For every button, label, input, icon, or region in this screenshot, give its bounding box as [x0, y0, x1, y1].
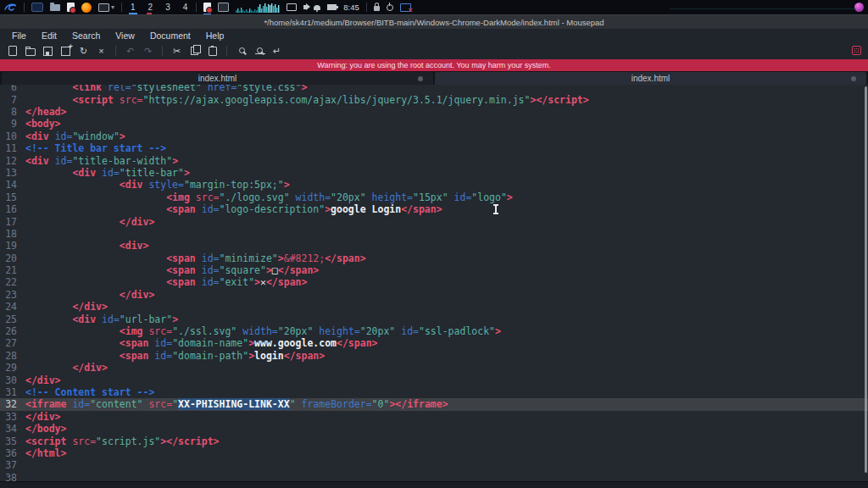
workspace-1[interactable]: 1: [129, 2, 137, 13]
open-file-button[interactable]: [23, 44, 37, 58]
code-line[interactable]: 36</html>: [0, 447, 868, 459]
code-line[interactable]: 24 </div>: [0, 301, 868, 313]
code-line[interactable]: 26 <img src="./ssl.svg" width="20px" hei…: [0, 325, 868, 337]
tab-index-html-1[interactable]: index.html: [2, 72, 433, 85]
menu-help[interactable]: Help: [198, 30, 232, 41]
find-button[interactable]: [234, 44, 248, 58]
code-line[interactable]: 15 <img src="./logo.svg" width="20px" he…: [0, 191, 868, 203]
code-line[interactable]: 35<script src="script.js"></script>: [0, 435, 868, 447]
find-replace-button[interactable]: [252, 44, 266, 58]
line-number: 13: [0, 167, 17, 179]
workspace-4[interactable]: 4: [181, 2, 190, 13]
text-editor-icon[interactable]: [67, 2, 75, 13]
code-line[interactable]: 13 <div id="title-bar">: [0, 167, 868, 179]
editor-scrollbar[interactable]: [865, 86, 867, 473]
code-line[interactable]: 20 <span id="minimize">&#8212;</span>: [0, 252, 868, 264]
code-line[interactable]: 8</head>: [0, 106, 868, 118]
code-line[interactable]: 6 <link rel="stylesheet" href="style.css…: [0, 85, 868, 94]
menu-file[interactable]: File: [4, 30, 34, 41]
code-line[interactable]: 12<div id="title-bar-width">: [0, 155, 868, 167]
lock-icon[interactable]: [374, 2, 380, 13]
code-line[interactable]: 7 <script src="https://ajax.googleapis.c…: [0, 94, 868, 106]
code-line[interactable]: 18: [0, 228, 868, 240]
code-token: ></script>: [160, 435, 219, 447]
code-line[interactable]: 38: [0, 472, 868, 481]
code-line[interactable]: 32<iframe id="content" src="XX-PHISHING-…: [0, 398, 868, 410]
code-line[interactable]: 16 <span id="logo-description">google Lo…: [0, 203, 868, 215]
window-titlebar[interactable]: */home/sk4r1/medium/Browser/BITB-main/Wi…: [0, 14, 868, 29]
redo-button[interactable]: ↷: [141, 44, 155, 58]
taskbar-window-icon[interactable]: [218, 2, 229, 13]
close-document-button[interactable]: ×: [94, 44, 108, 58]
copy-button[interactable]: [187, 44, 202, 58]
terminal-launcher-icon[interactable]: [31, 2, 43, 13]
fullscreen-button[interactable]: [852, 46, 861, 55]
code-line[interactable]: 19 <div>: [0, 240, 868, 252]
code-line[interactable]: 25 <div id="url-bar">: [0, 313, 868, 325]
code-token: [102, 85, 108, 93]
file-manager-icon[interactable]: [50, 2, 60, 13]
code-line[interactable]: 34</body>: [0, 423, 868, 435]
user-avatar[interactable]: [854, 3, 864, 12]
code-text: </div>: [17, 374, 868, 386]
volume-icon[interactable]: [303, 2, 307, 13]
paste-button[interactable]: [205, 44, 220, 58]
save-as-button[interactable]: [58, 44, 73, 58]
line-number: 25: [0, 313, 17, 325]
screenshot-tool-icon[interactable]: ▾: [98, 2, 114, 13]
code-line[interactable]: 14 <div style="margin-top:5px;">: [0, 179, 868, 191]
display-disconnect-icon[interactable]: [400, 2, 411, 13]
workspace-3[interactable]: 3: [164, 2, 172, 13]
editor[interactable]: 6 <link rel="stylesheet" href="style.css…: [0, 85, 868, 481]
tab-close-icon[interactable]: [418, 76, 423, 81]
menu-document[interactable]: Document: [142, 30, 198, 41]
code-line[interactable]: 9<body>: [0, 118, 868, 130]
panel-artifact-line: [670, 8, 856, 9]
code-line[interactable]: 22 <span id="exit">✕</span>: [0, 276, 868, 288]
code-line[interactable]: 28 <span id="domain-path">login</span>: [0, 350, 868, 362]
code-line[interactable]: 31<!-- Content start -->: [0, 386, 868, 398]
code-line[interactable]: 23 </div>: [0, 289, 868, 301]
code-token: "https://ajax.googleapis.com/ajax/libs/j…: [143, 94, 531, 106]
clock[interactable]: 8:45: [343, 3, 359, 12]
code-line[interactable]: 29 </div>: [0, 362, 868, 374]
code-line[interactable]: 30</div>: [0, 374, 868, 386]
menu-edit[interactable]: Edit: [34, 30, 64, 41]
code-token: <div: [120, 179, 143, 191]
code-line[interactable]: 37: [0, 459, 868, 471]
code-token: <div: [25, 130, 49, 142]
code-text: <link rel="stylesheet" href="style.css">: [17, 85, 868, 94]
notifications-bell-icon[interactable]: [314, 2, 320, 13]
panel-separator: [196, 3, 197, 12]
display-settings-icon[interactable]: [287, 2, 297, 13]
menu-view[interactable]: View: [108, 30, 142, 41]
revert-button[interactable]: ↻: [76, 44, 91, 58]
code-line[interactable]: 10<div id="window">: [0, 130, 868, 142]
menu-search[interactable]: Search: [64, 30, 108, 41]
kali-menu-icon[interactable]: [4, 2, 17, 13]
code-line[interactable]: 11<!-- Title bar start -->: [0, 142, 868, 154]
workspace-2[interactable]: 2: [147, 2, 155, 13]
code-token: id=: [202, 276, 220, 288]
new-file-button[interactable]: [5, 44, 19, 58]
taskbar-mousepad-icon[interactable]: [203, 2, 211, 13]
go-to-line-button[interactable]: ↵: [270, 44, 284, 58]
code-token: <span: [120, 350, 149, 362]
cut-button[interactable]: ✂: [170, 44, 184, 58]
undo-button[interactable]: ↶: [123, 44, 137, 58]
tab-close-icon[interactable]: [851, 76, 856, 81]
code-token: height=: [319, 325, 359, 337]
workspace-switcher[interactable]: 1 2 3 4: [129, 2, 189, 13]
code-line[interactable]: 17 </div>: [0, 216, 868, 228]
code-line[interactable]: 33</div>: [0, 411, 868, 423]
code-line[interactable]: 21 <span id="square">□</span>: [0, 264, 868, 276]
power-icon[interactable]: [387, 2, 393, 13]
code-token: [25, 240, 120, 252]
tab-index-html-2[interactable]: index.html: [435, 72, 866, 85]
line-number: 33: [0, 411, 17, 423]
save-button[interactable]: [41, 44, 55, 58]
firefox-icon[interactable]: [81, 2, 92, 13]
code-line[interactable]: 27 <span id="domain-name">www.google.com…: [0, 337, 868, 349]
code-token: <span: [166, 203, 196, 215]
battery-icon[interactable]: [327, 2, 337, 13]
